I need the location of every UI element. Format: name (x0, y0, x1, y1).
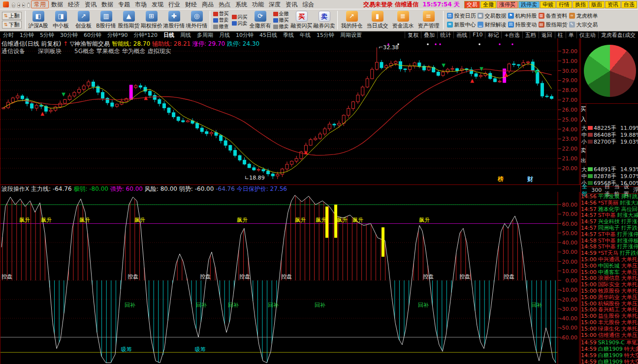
news-row[interactable]: 15:00中兴通讯大单托盘3 (581, 257, 638, 263)
mini-button-闪买[interactable]: 闪买 (232, 14, 248, 20)
quick-button-跌停卖[interactable]: 跌停卖 (518, 1, 540, 8)
toolbar-资产管理[interactable]: ≡资产管理 (416, 11, 442, 30)
period-分钟*90[interactable]: 分钟*90 (104, 31, 131, 38)
info-button-财报解读[interactable]: ▁财报解读 (478, 21, 507, 29)
info-button-交易数据[interactable]: ▦交易数据 (478, 12, 507, 20)
quick-button-自选[interactable]: 自选 (621, 1, 637, 8)
menu-item-综合[interactable]: 综合 (300, 1, 317, 8)
toolbar-融券闪卖[interactable]: 卖融券闪卖 (313, 11, 336, 30)
period-30分钟[interactable]: 30分钟 (57, 31, 81, 38)
chart-tool-叠加[interactable]: 叠加 (421, 31, 437, 38)
toolbar-融资闪买[interactable]: 买融资闪买 (290, 11, 313, 30)
menu-item-财经[interactable]: 财经 (183, 1, 199, 8)
concept-tag[interactable]: 深圳板块 (38, 48, 62, 55)
news-row[interactable]: 15:00春兴精工大单托盘1 (581, 307, 638, 313)
news-row[interactable]: 15:00牧原股份大单托盘6 (581, 288, 638, 295)
quick-button-申赎[interactable]: 申赎 (540, 1, 556, 8)
period-45日线[interactable]: 45日线 (256, 31, 280, 38)
info-button-股指期货[interactable]: ▤股指期货 (539, 21, 568, 29)
mini-button-全撤[interactable]: 全撤 (273, 11, 289, 17)
period-分时[interactable]: 分时 (0, 31, 17, 38)
period-周线[interactable]: 周线 (177, 31, 194, 38)
news-row[interactable]: 15:00益生股份大单托盘2 (581, 313, 638, 320)
news-row[interactable]: 14:59白糖1909特大空平5 (581, 353, 638, 359)
quick-button-全撤[interactable]: 全撤 (480, 1, 496, 8)
news-row[interactable]: 14:56*ST美丽封涨大减 (581, 200, 638, 207)
corner-label-榜[interactable]: 榜 (497, 176, 504, 182)
quick-button-换指[interactable]: 换指 (573, 1, 588, 8)
toolbar-港股行情[interactable]: ✚港股行情 (163, 11, 186, 30)
menu-item-资讯[interactable]: 资讯 (82, 1, 99, 8)
chart-tool-画线[interactable]: 画线 (453, 31, 470, 38)
mini-button-普买[interactable]: 普买 (213, 11, 229, 17)
period-5分钟[interactable]: 5分钟 (37, 31, 57, 38)
chart-tool-单[interactable]: 单 (566, 31, 576, 38)
menu-item-系统[interactable]: 系统 (233, 1, 250, 8)
menu-item-常用[interactable]: 常用 (31, 0, 49, 8)
news-row[interactable]: 14:59*ST天马打开跌停 (581, 250, 638, 257)
news-row[interactable]: 14:59白糖1909特大空开5 (581, 359, 638, 364)
menu-item-深度[interactable]: 深度 (266, 1, 283, 8)
news-row[interactable]: 14:57ST中基封涨大减 (581, 212, 638, 219)
news-row[interactable]: 14:59白糖1909特大多平5 (581, 346, 638, 353)
mini-button-闪卖[interactable]: 闪卖 (232, 21, 248, 27)
mini-button-撤卖[interactable]: 撤卖 (273, 24, 289, 30)
news-row[interactable]: 15:00国际实业大单托盘1 (581, 282, 638, 288)
news-row[interactable]: 14:57同洲电子打开跌停 (581, 225, 638, 232)
quick-button-行情[interactable]: 行情 (556, 1, 572, 8)
toolbar-境外行情[interactable]: ◎境外行情 (186, 11, 208, 30)
toolbar-资金流水[interactable]: ≣资金流水 (390, 11, 416, 30)
corner-label-财[interactable]: 财 (527, 176, 533, 182)
chart-tool-返回[interactable]: 返回 (539, 31, 555, 38)
info-button-备查资料[interactable]: ▥备查资料 (539, 12, 568, 20)
toolbar-沪深A股[interactable]: ◧沪深A股 (27, 11, 50, 30)
quick-button-涨停买[interactable]: 涨停买 (497, 1, 518, 8)
news-row[interactable]: 15:00信维通信大单压盘2 (581, 333, 638, 339)
toolbar-期权报价[interactable]: ⊞期权报价 (140, 11, 163, 30)
period-季线[interactable]: 季线 (280, 31, 297, 38)
toolbar-全撤所有[interactable]: ⟳全撤所有 (249, 11, 272, 30)
info-button-投资日历[interactable]: 团投资日历 (447, 12, 477, 20)
menu-item-商品[interactable]: 商品 (199, 1, 216, 8)
chart-tool-龙虎看盘(成交[interactable]: 龙虎看盘(成交 (598, 31, 638, 38)
toolbar-我的持仓[interactable]: ↗我的持仓 (339, 11, 365, 30)
menu-item-发现[interactable]: 发现 (149, 1, 166, 8)
news-row[interactable]: 15:00杭锅股份大单压盘6 (581, 301, 638, 307)
news-row[interactable]: 14:59SR1909-C单笔冲涨3 (581, 340, 638, 346)
page-button-上翻[interactable]: ⇅上翻 (2, 12, 22, 20)
news-row[interactable]: 14:57雅本化学高位回落-1 (581, 207, 638, 213)
period-10分钟[interactable]: 10分钟 (233, 31, 256, 38)
concept-tag[interactable]: 通信设备 (1, 48, 25, 55)
menu-item-资讯[interactable]: 资讯 (283, 1, 300, 8)
toolbar-B股行情[interactable]: ▥B股行情 (95, 11, 118, 30)
quick-button-资讯[interactable]: 资讯 (605, 1, 621, 8)
menu-item-数据[interactable]: 数据 (49, 1, 65, 8)
news-row[interactable]: 14:58ST中基封涨停板 (581, 238, 638, 244)
collapse-icon[interactable]: ˄ (27, 2, 30, 8)
period-15分钟[interactable]: 15分钟 (314, 31, 337, 38)
menu-item-数据[interactable]: 数据 (99, 1, 116, 8)
sidebar-tab-300[interactable]: 300 (591, 187, 602, 193)
toolbar-中小板[interactable]: ◨中小板 (50, 11, 72, 30)
candlestick-canvas[interactable]: 32.0031.0030.0029.0028.0027.0026.0025.00… (0, 38, 580, 184)
chart-tool-柱[interactable]: 柱 (555, 31, 566, 38)
news-row[interactable]: 14:58ST中基打开涨停 (581, 244, 638, 250)
menu-item-热点[interactable]: 热点 (216, 1, 233, 8)
toolbar-股指期货[interactable]: ▲股指期货 (118, 11, 140, 30)
period-日线[interactable]: 日线 (160, 31, 177, 38)
period-1分钟[interactable]: 1分钟 (17, 31, 37, 38)
mini-button-普卖[interactable]: 普卖 (213, 17, 229, 23)
forward-icon[interactable]: ▸ (22, 2, 25, 8)
menu-item-功能[interactable]: 功能 (250, 1, 266, 8)
news-row[interactable]: 15:00浪潮信息大单托盘2 (581, 275, 638, 282)
news-row[interactable]: 15:00丰元股份大单托盘2 (581, 320, 638, 326)
chart-tool-仅主动[interactable]: 仅主动 (576, 31, 598, 38)
period-周期设置[interactable]: 周期设置 (337, 31, 365, 38)
info-button-龙虎榜单[interactable]: ≈龙虎榜单 (569, 12, 599, 20)
back-icon[interactable]: ◂ (17, 2, 20, 8)
menu-item-经济[interactable]: 经济 (65, 1, 82, 8)
chart-tool-+自选[interactable]: +自选 (501, 31, 522, 38)
info-button-新股中心[interactable]: ✉新股中心 (447, 21, 477, 29)
period-60分钟[interactable]: 60分钟 (81, 31, 104, 38)
period-月线[interactable]: 月线 (216, 31, 233, 38)
